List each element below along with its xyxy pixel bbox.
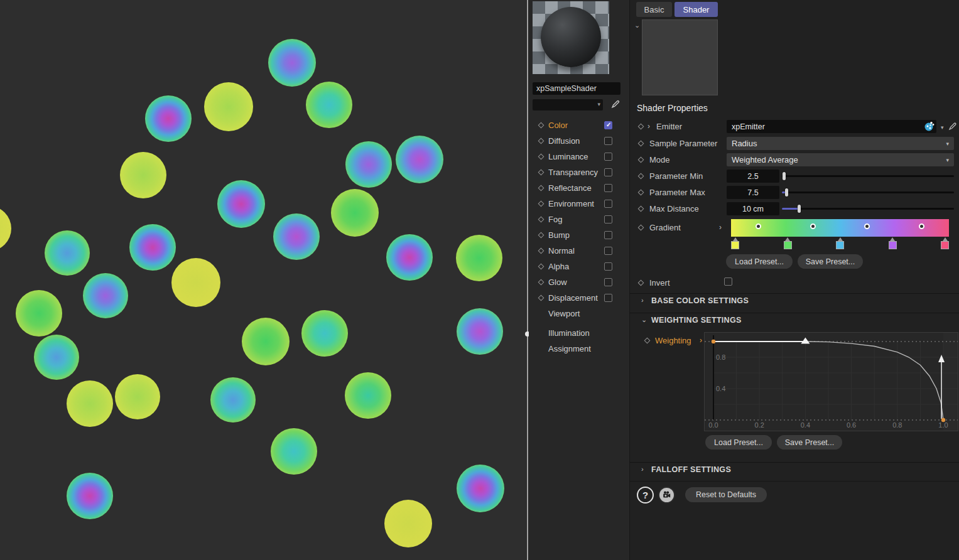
channel-displacement[interactable]: Displacement — [529, 291, 629, 306]
channel-checkbox[interactable] — [604, 184, 612, 192]
tab-shader[interactable]: Shader — [675, 2, 718, 17]
channel-checkbox[interactable] — [604, 294, 612, 302]
gradient-midpoint-knob[interactable] — [756, 223, 761, 229]
dropdown-arrow-icon: ▾ — [597, 101, 600, 107]
weighting-save-preset-button[interactable]: Save Preset... — [777, 435, 842, 450]
select-value: Weighted Average — [732, 155, 798, 164]
channel-checkbox[interactable] — [604, 121, 612, 129]
render-camera-icon[interactable] — [658, 487, 675, 503]
reset-to-defaults-button[interactable]: Reset to Defaults — [685, 487, 767, 502]
gradient-stop[interactable] — [784, 237, 792, 249]
svg-text:0.0: 0.0 — [708, 421, 718, 429]
channel-reflectance[interactable]: Reflectance — [529, 181, 629, 197]
channel-alpha[interactable]: Alpha — [529, 259, 629, 275]
gradient-stop[interactable] — [731, 237, 739, 249]
attribute-manager-panel: Basic Shader ⌄ Shader Properties › Emitt… — [629, 0, 959, 560]
gradient-midpoint-knob[interactable] — [864, 223, 870, 229]
gradient-save-preset-button[interactable]: Save Preset... — [798, 254, 863, 269]
channel-label: Environment — [548, 199, 594, 208]
slider-handle[interactable] — [783, 172, 786, 180]
channel-glow[interactable]: Glow — [529, 275, 629, 291]
shader-name-input[interactable] — [533, 82, 620, 95]
mode-select[interactable]: Weighted Average ▾ — [727, 153, 954, 166]
max-distance-slider[interactable] — [782, 208, 954, 210]
chevron-right-icon[interactable]: › — [647, 122, 650, 131]
gradient-stop[interactable] — [941, 237, 949, 249]
channel-label: Reflectance — [548, 183, 592, 193]
chevron-right-icon[interactable]: › — [700, 336, 702, 345]
viewport[interactable] — [0, 0, 526, 560]
channel-illumination[interactable]: Illumination — [529, 326, 629, 342]
channel-checkbox[interactable] — [604, 247, 612, 255]
gradient-bar[interactable] — [731, 219, 949, 237]
particle — [217, 180, 265, 228]
channel-label: Assignment — [548, 344, 591, 353]
row-emitter: › Emitter xpEmitter ▾ — [630, 120, 959, 134]
diamond-icon — [638, 206, 644, 212]
invert-checkbox[interactable] — [724, 277, 732, 286]
slider-handle[interactable] — [785, 188, 788, 197]
channel-transparency[interactable]: Transparency — [529, 165, 629, 181]
help-icon[interactable]: ? — [637, 487, 654, 503]
particle — [301, 310, 348, 357]
stop-swatch — [889, 241, 897, 249]
parameter-min-input[interactable]: 2.5 — [727, 170, 779, 183]
section-falloff-settings[interactable]: › FALLOFF SETTINGS — [630, 462, 959, 476]
channel-label: Fog — [548, 215, 562, 224]
dropdown-arrow-icon[interactable]: ▾ — [941, 124, 944, 131]
channel-bump[interactable]: Bump — [529, 228, 629, 244]
gradient-midpoint-knob[interactable] — [919, 223, 924, 229]
section-base-color-settings[interactable]: › BASE COLOR SETTINGS — [630, 293, 959, 307]
channel-luminance[interactable]: Luminance — [529, 149, 629, 165]
channel-checkbox[interactable] — [604, 262, 612, 271]
channel-label: Bump — [548, 230, 570, 240]
chevron-down-icon[interactable]: ⌄ — [634, 21, 640, 30]
channel-label: Color — [548, 121, 568, 130]
stop-swatch — [731, 241, 739, 249]
xpemitter-icon — [924, 121, 935, 132]
max-distance-input[interactable]: 10 cm — [727, 202, 779, 215]
emitter-link-field[interactable]: xpEmitter — [727, 120, 936, 133]
section-weighting-settings[interactable]: ⌄ WEIGHTING SETTINGS — [630, 313, 959, 326]
eyedropper-icon[interactable] — [948, 121, 958, 131]
diamond-icon — [538, 201, 545, 207]
channel-checkbox[interactable] — [604, 168, 612, 176]
gradient-midpoint-knob[interactable] — [810, 223, 816, 229]
material-preview[interactable] — [533, 1, 609, 74]
chevron-right-icon[interactable]: › — [719, 223, 722, 232]
slider-fill — [782, 208, 799, 210]
stop-swatch — [836, 241, 844, 249]
particle — [345, 372, 391, 419]
channel-checkbox[interactable] — [604, 153, 612, 161]
channel-checkbox[interactable] — [604, 200, 612, 208]
gradient-load-preset-button[interactable]: Load Preset... — [726, 254, 793, 269]
channel-color[interactable]: Color — [529, 118, 629, 134]
channel-checkbox[interactable] — [604, 231, 612, 239]
attr-label: Invert — [649, 278, 670, 288]
channel-diffusion[interactable]: Diffusion — [529, 134, 629, 149]
shader-filter-dropdown[interactable]: ▾ — [533, 99, 603, 110]
channel-checkbox[interactable] — [604, 278, 612, 286]
channel-assignment[interactable]: Assignment — [529, 342, 629, 357]
parameter-max-slider[interactable] — [782, 191, 954, 193]
channel-viewport[interactable]: Viewport — [529, 306, 629, 322]
weighting-curve-graph[interactable]: 0.00.20.40.60.81.00.80.4 — [704, 332, 958, 431]
edit-pen-icon[interactable] — [610, 99, 620, 109]
channel-fog[interactable]: Fog — [529, 212, 629, 228]
channel-normal[interactable]: Normal — [529, 244, 629, 259]
parameter-max-input[interactable]: 7.5 — [727, 186, 779, 199]
svg-text:1.0: 1.0 — [938, 421, 948, 429]
channel-checkbox[interactable] — [604, 215, 612, 223]
weighting-load-preset-button[interactable]: Load Preset... — [705, 435, 772, 450]
tab-basic[interactable]: Basic — [636, 2, 672, 17]
diamond-icon — [638, 124, 644, 130]
channel-environment[interactable]: Environment — [529, 197, 629, 212]
chevron-down-icon: ⌄ — [641, 316, 647, 324]
gradient-stop[interactable] — [836, 237, 844, 249]
gradient-stop[interactable] — [889, 237, 897, 249]
sample-parameter-select[interactable]: Radius ▾ — [727, 137, 954, 150]
parameter-min-slider[interactable] — [782, 175, 954, 177]
slider-handle[interactable] — [798, 205, 801, 213]
channel-checkbox[interactable] — [604, 137, 612, 145]
stop-swatch — [784, 241, 792, 249]
